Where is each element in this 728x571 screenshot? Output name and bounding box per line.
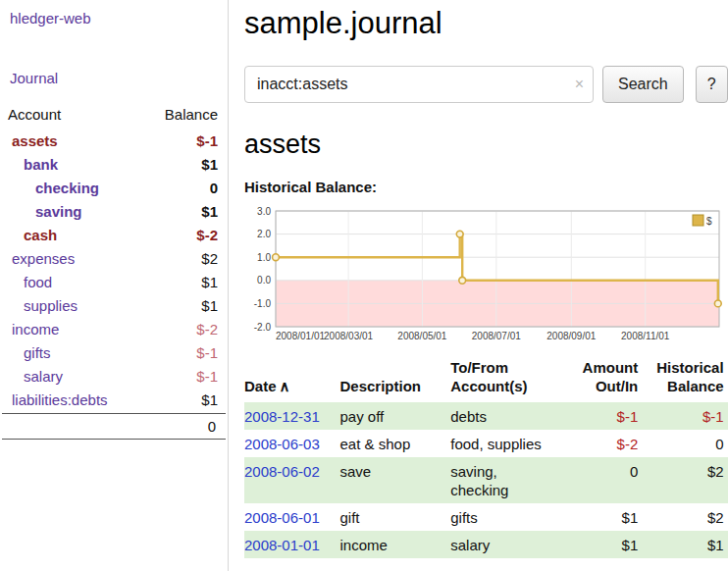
legend-label: $ [706, 216, 712, 227]
register-accounts: saving, checking [450, 457, 562, 503]
clear-search-icon[interactable]: × [575, 76, 584, 93]
y-tick-label: -2.0 [254, 322, 272, 333]
date-header-label: Date [244, 378, 277, 394]
register-row: 2008-06-03eat & shopfood, supplies$-20 [244, 430, 728, 457]
register-balance: $-1 [642, 402, 727, 430]
account-link[interactable]: liabilities:debts [0, 391, 108, 408]
account-link[interactable]: salary [0, 368, 63, 385]
register-balance: $2 [642, 503, 727, 531]
y-tick-label: -1.0 [254, 298, 272, 309]
accounts-header-account: Account [8, 106, 61, 123]
register-amount: $-2 [562, 430, 642, 457]
account-balance: $1 [201, 391, 218, 408]
app-title-link[interactable]: hledger-web [0, 8, 101, 28]
register-date-cell: 2008-06-01 [244, 503, 340, 531]
x-tick-label: 2008/07/01 [472, 331, 521, 341]
account-balance: $1 [201, 156, 218, 173]
account-link[interactable]: food [0, 274, 52, 290]
y-tick-label: 1.0 [257, 252, 271, 263]
x-tick-label: 2008/11/01 [621, 331, 670, 341]
accounts-total: 0 [2, 413, 226, 440]
account-link[interactable]: checking [0, 180, 99, 196]
chart-title: Historical Balance: [244, 179, 728, 195]
chart-point [459, 277, 466, 284]
register-accounts: gifts [450, 503, 562, 531]
accounts-header-balance: Balance [165, 106, 218, 123]
account-balance: $-2 [196, 321, 218, 337]
x-tick-label: 2008/03/01 [324, 331, 373, 341]
page-title: sample.journal [244, 6, 728, 41]
account-link[interactable]: supplies [0, 297, 78, 314]
account-balance: $1 [201, 203, 218, 220]
main-content: sample.journal × Search ? assets Histori… [229, 0, 728, 571]
help-button[interactable]: ? [696, 66, 728, 103]
sidebar-account-row: food$1 [0, 270, 228, 293]
register-date-cell: 2008-01-01 [244, 531, 340, 558]
register-accounts: debts [450, 402, 562, 430]
sidebar-account-row: salary$-1 [0, 364, 228, 388]
account-balance: $1 [201, 297, 218, 314]
register-date-cell: 2008-06-03 [244, 430, 340, 457]
y-tick-label: 3.0 [257, 206, 271, 217]
chart-point [456, 231, 463, 237]
register-row: 2008-01-01incomesalary$1$1 [244, 531, 728, 558]
register-amount: $1 [562, 503, 642, 531]
account-balance: $-2 [196, 227, 218, 243]
sort-ascending-icon: ∧ [277, 378, 290, 394]
account-link[interactable]: assets [0, 132, 58, 149]
sidebar-account-row: assets$-1 [0, 129, 228, 152]
search-button[interactable]: Search [602, 66, 684, 103]
account-link[interactable]: income [0, 321, 59, 337]
sidebar-account-row: income$-2 [0, 317, 228, 340]
legend-swatch [693, 215, 703, 226]
accounts-table-header: Account Balance [0, 102, 228, 129]
account-link[interactable]: expenses [0, 250, 75, 267]
register-accounts: food, supplies [450, 430, 562, 457]
register-balance: 0 [642, 430, 727, 457]
transaction-date-link[interactable]: 2008-06-01 [244, 509, 320, 526]
register-accounts: salary [450, 531, 562, 558]
sidebar-item-journal[interactable]: Journal [0, 68, 228, 88]
register-date-cell: 2008-06-02 [244, 457, 340, 503]
x-tick-label: 2008/05/01 [397, 331, 446, 341]
register-balance: $1 [642, 531, 727, 558]
account-balance: $-1 [196, 368, 218, 385]
account-balance: 0 [210, 180, 218, 196]
accounts-tree: assets$-1bank$1checking0saving$1cash$-2e… [0, 129, 228, 411]
search-bar: × Search ? [244, 66, 728, 103]
x-tick-label: 2008/01/01 [276, 331, 325, 341]
account-link[interactable]: saving [0, 203, 82, 220]
transaction-date-link[interactable]: 2008-06-03 [244, 436, 320, 452]
register-row: 2008-12-31pay offdebts$-1$-1 [244, 402, 728, 430]
y-tick-label: 2.0 [257, 229, 271, 239]
register-header-row: Date∧ Description To/From Account(s) Amo… [244, 356, 728, 402]
chart-point [273, 254, 280, 261]
y-tick-label: 0.0 [257, 275, 271, 286]
account-link[interactable]: cash [0, 227, 57, 243]
register-description: income [340, 531, 451, 558]
register-amount: 0 [562, 457, 642, 503]
sidebar-account-row: liabilities:debts$1 [0, 388, 228, 411]
column-header-balance: Historical Balance [642, 356, 727, 402]
account-balance: $-1 [196, 344, 218, 361]
transaction-date-link[interactable]: 2008-01-01 [244, 537, 320, 553]
account-link[interactable]: gifts [0, 344, 51, 361]
historical-balance-chart: 3.02.01.00.0-1.0-2.02008/01/012008/03/01… [244, 203, 722, 346]
account-link[interactable]: bank [0, 156, 58, 173]
register-balance: $2 [642, 457, 727, 503]
column-header-date[interactable]: Date∧ [244, 356, 340, 402]
register-table: Date∧ Description To/From Account(s) Amo… [244, 356, 728, 558]
account-heading: assets [244, 130, 728, 160]
register-description: eat & shop [340, 430, 451, 457]
x-tick-label: 2008/09/01 [546, 331, 596, 341]
sidebar-account-row: bank$1 [0, 152, 228, 176]
register-description: gift [340, 503, 451, 531]
search-input[interactable] [244, 66, 594, 103]
sidebar-account-row: cash$-2 [0, 223, 228, 246]
sidebar-account-row: gifts$-1 [0, 340, 228, 364]
transaction-date-link[interactable]: 2008-06-02 [244, 463, 320, 480]
column-header-accounts: To/From Account(s) [450, 356, 562, 402]
transaction-date-link[interactable]: 2008-12-31 [244, 408, 320, 425]
sidebar-account-row: checking0 [0, 176, 228, 199]
register-row: 2008-06-01giftgifts$1$2 [244, 503, 728, 531]
